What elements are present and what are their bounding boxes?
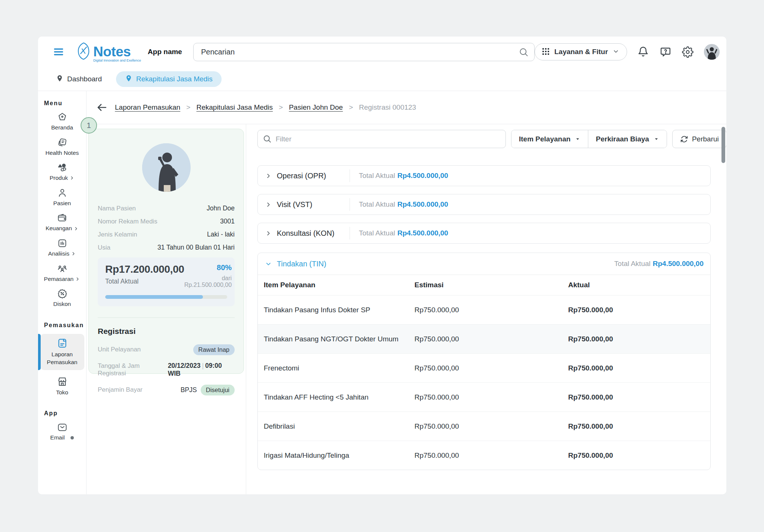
person-icon: [57, 188, 68, 198]
divider: [350, 169, 350, 182]
search-icon[interactable]: [519, 47, 529, 59]
table-header-row: Item Pelayanan Estimasi Aktual: [258, 275, 710, 295]
table-row: Irigasi Mata/Hidung/Telinga Rp750.000,00…: [258, 441, 710, 470]
table-row: Tindakan AFF Hecting <5 Jahitan Rp750.00…: [258, 382, 710, 411]
pills-icon: [57, 162, 68, 173]
cell-aktual: Rp750.000,00: [568, 451, 704, 460]
field-value: 3001: [220, 218, 235, 225]
sidebar-item-label: Produk: [50, 175, 68, 182]
cell-estimasi: Rp750.000,00: [414, 335, 568, 343]
sidebar-item-diskon[interactable]: Diskon: [38, 288, 86, 308]
table-body: Tindakan Pasang Infus Dokter SP Rp750.00…: [258, 295, 710, 470]
sidebar-item-label: Email: [50, 434, 65, 441]
chevron-right-icon: [69, 175, 75, 181]
pinned-dashboard[interactable]: Dashboard: [56, 75, 102, 84]
payer-value: BPJS: [181, 386, 197, 394]
app-logo: Notes Digital Innovation and Exellence: [75, 41, 141, 62]
sidebar-item-email[interactable]: Email: [38, 422, 86, 441]
pinned-dashboard-label: Dashboard: [67, 75, 102, 83]
sidebar-item-label: Diskon: [53, 301, 71, 308]
sidebar-item-toko[interactable]: Toko: [38, 376, 86, 396]
sidebar-section-menu: Menu: [38, 100, 86, 107]
view-segmented-control: Item Pelayanan Perkiraan Biaya: [511, 130, 667, 148]
registration-title: Registrasi: [98, 327, 235, 336]
help-icon[interactable]: [659, 46, 672, 58]
caret-down-icon: [575, 136, 580, 142]
sidebar-item-produk[interactable]: Produk: [38, 162, 86, 182]
section-total-value: Rp4.500.000,00: [397, 172, 448, 179]
sidebar-item-keuangan[interactable]: Keuangan: [38, 213, 86, 232]
field-label: Penjamin Bayar: [98, 386, 143, 394]
field-label: Tanggal & Jam Registrasi: [98, 362, 168, 377]
registration-date: 20/12/2023: [168, 362, 201, 369]
pinned-pages-bar: Dashboard Rekapitulasi Jasa Medis: [38, 67, 726, 91]
sidebar-item-laporan-pemasukan[interactable]: Laporan Pemasukan: [40, 334, 84, 370]
cell-estimasi: Rp750.000,00: [414, 451, 568, 460]
payer-status-chip: Disetujui: [201, 385, 235, 395]
sidebar-item-label: Toko: [56, 389, 68, 396]
section-total-value: Rp4.500.000,00: [653, 260, 704, 267]
bar-chart-icon: [57, 238, 68, 248]
table-row: Defibrilasi Rp750.000,00 Rp750.000,00: [258, 411, 710, 441]
scrollbar-thumb[interactable]: [721, 127, 725, 163]
section-konsultasi[interactable]: Konsultasi (KON) Total AktualRp4.500.000…: [257, 223, 711, 244]
home-icon: [57, 112, 68, 122]
sidebar-item-health-notes[interactable]: Health Notes: [38, 137, 86, 157]
search-input[interactable]: [193, 43, 535, 61]
mail-icon: [57, 422, 68, 432]
notifications-bell-icon[interactable]: [637, 46, 649, 58]
breadcrumb-link-pasien[interactable]: Pasien John Doe: [289, 103, 343, 112]
services-features-button[interactable]: Layanan & Fitur: [535, 43, 627, 60]
cell-aktual: Rp750.000,00: [568, 422, 704, 431]
sidebar-item-label: Health Notes: [46, 150, 79, 157]
unit-chip: Rawat Inap: [193, 344, 235, 355]
refresh-label: Perbarui: [692, 135, 719, 143]
registration-row-datetime: Tanggal & Jam Registrasi 20/12/2023|09:0…: [98, 362, 235, 378]
sidebar-item-pasien[interactable]: Pasien: [38, 188, 86, 207]
map-pin-icon: [56, 75, 63, 84]
section-visit[interactable]: Visit (VST) Total AktualRp4.500.000,00: [257, 194, 711, 215]
section-operasi[interactable]: Operasi (OPR) Total AktualRp4.500.000,00: [257, 165, 711, 186]
sidebar-item-analiisis[interactable]: Analiisis: [38, 238, 86, 257]
chevron-right-icon: [265, 173, 272, 179]
settings-gear-icon[interactable]: [682, 46, 694, 58]
sidebar-item-beranda[interactable]: Beranda: [38, 112, 86, 131]
dropdown-label: Item Pelayanan: [519, 135, 570, 143]
breadcrumb-current: Registrasi 000123: [359, 103, 416, 112]
cell-aktual: Rp750.000,00: [568, 306, 704, 314]
breadcrumb-separator: >: [186, 103, 190, 112]
divider: [350, 198, 350, 211]
logo-tagline: Digital Innovation and Exellence: [93, 59, 141, 62]
total-actual-amount: Rp17.200.000,00: [105, 263, 184, 275]
dropdown-item-pelayanan[interactable]: Item Pelayanan: [511, 130, 588, 148]
section-tindakan-header[interactable]: Tindakan (TIN) Total AktualRp4.500.000,0…: [258, 253, 710, 275]
cell-item-name: Irigasi Mata/Hidung/Telinga: [264, 451, 414, 460]
dropdown-perkiraan-biaya[interactable]: Perkiraan Biaya: [588, 130, 667, 148]
total-actual-label: Total Aktual: [105, 278, 184, 285]
registration-row-payer: Penjamin Bayar BPJS Disetujui: [98, 384, 235, 396]
discount-badge-icon: [57, 288, 68, 299]
field-label: Unit Pelayanan: [98, 346, 141, 353]
pinned-current-page[interactable]: Rekapitulasi Jasa Medis: [116, 71, 222, 87]
field-value: Laki - laki: [207, 231, 235, 238]
user-avatar[interactable]: [704, 44, 720, 60]
refresh-button[interactable]: Perbarui: [672, 130, 726, 148]
chevron-down-icon: [613, 48, 619, 56]
patient-card: Nama Pasien John Doe Nomor Rekam Medis 3…: [88, 129, 244, 374]
filter-input[interactable]: [257, 130, 506, 148]
breadcrumb-link-rekapitulasi[interactable]: Rekapitulasi Jasa Medis: [196, 103, 273, 112]
cell-estimasi: Rp750.000,00: [414, 306, 568, 314]
chevron-right-icon: [265, 201, 272, 208]
chevron-right-icon: [71, 251, 76, 256]
toolbar: Item Pelayanan Perkiraan Biaya: [257, 130, 711, 148]
section-total-value: Rp4.500.000,00: [397, 200, 448, 208]
hamburger-menu-icon[interactable]: [52, 46, 65, 57]
breadcrumb-link-laporan[interactable]: Laporan Pemasukan: [115, 103, 180, 112]
patient-field-row: Nomor Rekam Medis 3001: [98, 218, 235, 225]
progress-bar: [105, 295, 227, 299]
chevron-right-icon: [265, 230, 272, 237]
back-arrow-icon[interactable]: [96, 101, 108, 114]
dropdown-label: Perkiraan Biaya: [596, 135, 649, 143]
sidebar-item-pemasaran[interactable]: Pemasaran: [38, 263, 86, 283]
cell-aktual: Rp750.000,00: [568, 335, 704, 343]
